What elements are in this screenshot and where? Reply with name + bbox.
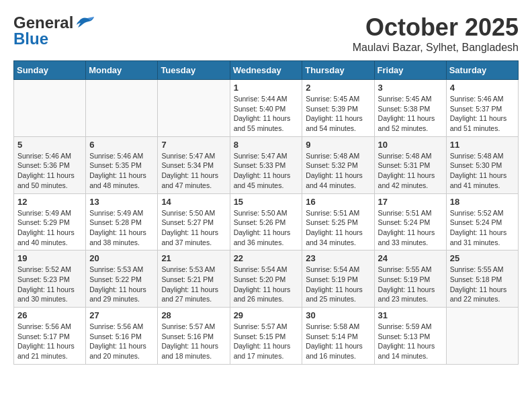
day-info: Sunrise: 5:48 AMSunset: 5:32 PMDaylight:… xyxy=(306,151,370,191)
calendar-cell: 17Sunrise: 5:51 AMSunset: 5:24 PMDayligh… xyxy=(374,193,446,250)
day-info: Sunrise: 5:58 AMSunset: 5:14 PMDaylight:… xyxy=(306,322,370,361)
calendar-cell: 16Sunrise: 5:51 AMSunset: 5:25 PMDayligh… xyxy=(302,193,374,250)
calendar-week-4: 19Sunrise: 5:52 AMSunset: 5:23 PMDayligh… xyxy=(14,250,519,308)
day-info: Sunrise: 5:59 AMSunset: 5:13 PMDaylight:… xyxy=(378,322,443,361)
day-info: Sunrise: 5:52 AMSunset: 5:24 PMDaylight:… xyxy=(450,208,515,248)
day-info: Sunrise: 5:54 AMSunset: 5:20 PMDaylight:… xyxy=(234,265,299,304)
day-info: Sunrise: 5:53 AMSunset: 5:22 PMDaylight:… xyxy=(89,265,154,304)
day-info: Sunrise: 5:57 AMSunset: 5:15 PMDaylight:… xyxy=(234,322,299,361)
calendar-table: SundayMondayTuesdayWednesdayThursdayFrid… xyxy=(13,60,519,365)
calendar-cell: 2Sunrise: 5:45 AMSunset: 5:39 PMDaylight… xyxy=(302,80,374,137)
day-number: 5 xyxy=(17,140,82,150)
weekday-header-thursday: Thursday xyxy=(302,61,374,80)
weekday-header-friday: Friday xyxy=(374,61,446,80)
weekday-header-monday: Monday xyxy=(86,61,158,80)
day-info: Sunrise: 5:47 AMSunset: 5:34 PMDaylight:… xyxy=(161,151,226,191)
month-title: October 2025 xyxy=(353,13,519,42)
calendar-cell: 19Sunrise: 5:52 AMSunset: 5:23 PMDayligh… xyxy=(14,250,86,308)
day-number: 10 xyxy=(378,140,443,150)
weekday-header-tuesday: Tuesday xyxy=(158,61,230,80)
calendar-cell: 18Sunrise: 5:52 AMSunset: 5:24 PMDayligh… xyxy=(446,193,518,250)
weekday-header-saturday: Saturday xyxy=(446,61,518,80)
day-info: Sunrise: 5:46 AMSunset: 5:36 PMDaylight:… xyxy=(17,151,82,191)
day-info: Sunrise: 5:56 AMSunset: 5:17 PMDaylight:… xyxy=(17,322,82,361)
day-number: 13 xyxy=(89,197,154,207)
calendar-cell: 5Sunrise: 5:46 AMSunset: 5:36 PMDaylight… xyxy=(14,136,86,193)
day-number: 15 xyxy=(234,197,299,207)
calendar-cell: 31Sunrise: 5:59 AMSunset: 5:13 PMDayligh… xyxy=(374,308,446,365)
calendar-cell: 26Sunrise: 5:56 AMSunset: 5:17 PMDayligh… xyxy=(14,308,86,365)
location-text: Maulavi Bazar, Sylhet, Bangladesh xyxy=(353,42,519,54)
day-number: 31 xyxy=(378,310,443,320)
calendar-cell xyxy=(446,308,518,365)
logo-blue-text: Blue xyxy=(13,30,48,48)
day-number: 20 xyxy=(89,253,154,263)
calendar-cell: 8Sunrise: 5:47 AMSunset: 5:33 PMDaylight… xyxy=(230,136,302,193)
day-number: 3 xyxy=(378,83,443,93)
day-number: 29 xyxy=(234,310,299,320)
day-info: Sunrise: 5:48 AMSunset: 5:31 PMDaylight:… xyxy=(378,151,443,191)
day-number: 14 xyxy=(161,197,226,207)
day-number: 21 xyxy=(161,253,226,263)
day-info: Sunrise: 5:46 AMSunset: 5:37 PMDaylight:… xyxy=(450,94,515,134)
day-number: 28 xyxy=(161,310,226,320)
calendar-week-1: 1Sunrise: 5:44 AMSunset: 5:40 PMDaylight… xyxy=(14,80,519,137)
day-number: 7 xyxy=(161,140,226,150)
day-info: Sunrise: 5:47 AMSunset: 5:33 PMDaylight:… xyxy=(234,151,299,191)
calendar-cell: 20Sunrise: 5:53 AMSunset: 5:22 PMDayligh… xyxy=(86,250,158,308)
calendar-cell: 21Sunrise: 5:53 AMSunset: 5:21 PMDayligh… xyxy=(158,250,230,308)
weekday-header-row: SundayMondayTuesdayWednesdayThursdayFrid… xyxy=(14,61,519,80)
day-info: Sunrise: 5:49 AMSunset: 5:28 PMDaylight:… xyxy=(89,208,154,248)
day-number: 2 xyxy=(306,83,370,93)
calendar-cell: 23Sunrise: 5:54 AMSunset: 5:19 PMDayligh… xyxy=(302,250,374,308)
day-info: Sunrise: 5:50 AMSunset: 5:27 PMDaylight:… xyxy=(161,208,226,248)
day-number: 19 xyxy=(17,253,82,263)
calendar-cell: 30Sunrise: 5:58 AMSunset: 5:14 PMDayligh… xyxy=(302,308,374,365)
day-number: 11 xyxy=(450,140,515,150)
day-number: 12 xyxy=(17,197,82,207)
calendar-cell xyxy=(86,80,158,137)
calendar-cell: 28Sunrise: 5:57 AMSunset: 5:16 PMDayligh… xyxy=(158,308,230,365)
calendar-cell: 10Sunrise: 5:48 AMSunset: 5:31 PMDayligh… xyxy=(374,136,446,193)
day-info: Sunrise: 5:51 AMSunset: 5:25 PMDaylight:… xyxy=(306,208,370,248)
calendar-cell: 6Sunrise: 5:46 AMSunset: 5:35 PMDaylight… xyxy=(86,136,158,193)
calendar-cell: 12Sunrise: 5:49 AMSunset: 5:29 PMDayligh… xyxy=(14,193,86,250)
day-info: Sunrise: 5:48 AMSunset: 5:30 PMDaylight:… xyxy=(450,151,515,191)
calendar-cell xyxy=(158,80,230,137)
calendar-cell: 29Sunrise: 5:57 AMSunset: 5:15 PMDayligh… xyxy=(230,308,302,365)
day-number: 8 xyxy=(234,140,299,150)
day-info: Sunrise: 5:54 AMSunset: 5:19 PMDaylight:… xyxy=(306,265,370,304)
day-number: 24 xyxy=(378,253,443,263)
calendar-cell: 13Sunrise: 5:49 AMSunset: 5:28 PMDayligh… xyxy=(86,193,158,250)
day-number: 18 xyxy=(450,197,515,207)
day-info: Sunrise: 5:51 AMSunset: 5:24 PMDaylight:… xyxy=(378,208,443,248)
day-number: 22 xyxy=(234,253,299,263)
calendar-week-2: 5Sunrise: 5:46 AMSunset: 5:36 PMDaylight… xyxy=(14,136,519,193)
day-number: 30 xyxy=(306,310,370,320)
day-number: 4 xyxy=(450,83,515,93)
calendar-cell: 15Sunrise: 5:50 AMSunset: 5:26 PMDayligh… xyxy=(230,193,302,250)
day-info: Sunrise: 5:44 AMSunset: 5:40 PMDaylight:… xyxy=(234,94,299,134)
day-info: Sunrise: 5:45 AMSunset: 5:38 PMDaylight:… xyxy=(378,94,443,134)
calendar-cell: 9Sunrise: 5:48 AMSunset: 5:32 PMDaylight… xyxy=(302,136,374,193)
day-info: Sunrise: 5:49 AMSunset: 5:29 PMDaylight:… xyxy=(17,208,82,248)
weekday-header-sunday: Sunday xyxy=(14,61,86,80)
day-info: Sunrise: 5:45 AMSunset: 5:39 PMDaylight:… xyxy=(306,94,370,134)
day-info: Sunrise: 5:52 AMSunset: 5:23 PMDaylight:… xyxy=(17,265,82,304)
calendar-cell: 24Sunrise: 5:55 AMSunset: 5:19 PMDayligh… xyxy=(374,250,446,308)
day-number: 1 xyxy=(234,83,299,93)
day-number: 26 xyxy=(17,310,82,320)
day-number: 6 xyxy=(89,140,154,150)
day-info: Sunrise: 5:55 AMSunset: 5:18 PMDaylight:… xyxy=(450,265,515,304)
calendar-week-3: 12Sunrise: 5:49 AMSunset: 5:29 PMDayligh… xyxy=(14,193,519,250)
calendar-cell: 7Sunrise: 5:47 AMSunset: 5:34 PMDaylight… xyxy=(158,136,230,193)
calendar-cell: 3Sunrise: 5:45 AMSunset: 5:38 PMDaylight… xyxy=(374,80,446,137)
day-number: 23 xyxy=(306,253,370,263)
calendar-cell: 4Sunrise: 5:46 AMSunset: 5:37 PMDaylight… xyxy=(446,80,518,137)
day-info: Sunrise: 5:46 AMSunset: 5:35 PMDaylight:… xyxy=(89,151,154,191)
day-info: Sunrise: 5:57 AMSunset: 5:16 PMDaylight:… xyxy=(161,322,226,361)
day-info: Sunrise: 5:50 AMSunset: 5:26 PMDaylight:… xyxy=(234,208,299,248)
day-info: Sunrise: 5:53 AMSunset: 5:21 PMDaylight:… xyxy=(161,265,226,304)
logo-bird-icon xyxy=(75,15,97,30)
page-header: General Blue October 2025 Maulavi Bazar,… xyxy=(13,13,519,54)
